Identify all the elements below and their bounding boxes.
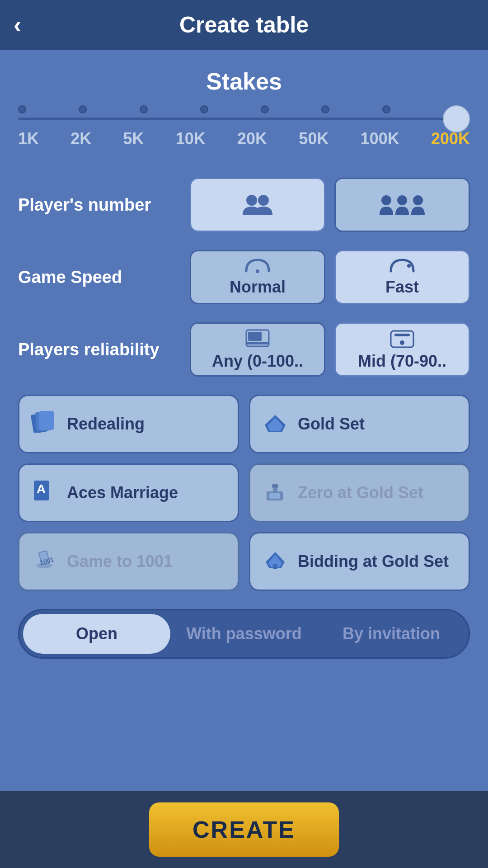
zero-at-gold-set-label: Zero at Gold Set [298, 483, 423, 502]
normal-speed-icon [244, 258, 271, 274]
slider-dot-2k[interactable] [79, 105, 87, 113]
svg-rect-30 [273, 564, 277, 569]
any-reliability-button[interactable]: Any (0-100.. [190, 322, 325, 377]
by-invitation-label: By invitation [343, 624, 440, 643]
zero-at-gold-set-button[interactable]: Zero at Gold Set [249, 463, 470, 522]
svg-point-1 [258, 195, 269, 206]
game-speed-label: Game Speed [18, 268, 190, 287]
back-button[interactable]: ‹ [14, 13, 21, 37]
svg-point-6 [407, 264, 411, 268]
players-number-row: Player's number [18, 178, 470, 232]
svg-rect-21 [269, 493, 280, 499]
access-selector: Open With password By invitation [18, 609, 470, 659]
svg-point-0 [246, 195, 257, 206]
redealing-button[interactable]: Redealing [18, 395, 239, 453]
game-to-1001-label: Game to 1001 [67, 552, 173, 571]
players-number-buttons [190, 178, 470, 232]
svg-rect-8 [248, 332, 262, 341]
open-access-option[interactable]: Open [23, 614, 170, 654]
game-speed-row: Game Speed Normal Fast [18, 250, 470, 304]
header: ‹ Create table [0, 0, 488, 50]
three-players-icon [380, 194, 425, 216]
game-to-1001-button[interactable]: 1001 Game to 1001 [18, 532, 239, 591]
any-reliability-icon [244, 328, 271, 348]
fast-speed-button[interactable]: Fast [334, 250, 470, 304]
main-content: Stakes 1K 2K 5K 10K 20K [0, 50, 488, 791]
players-reliability-label: Players reliability [18, 340, 190, 359]
mid-reliability-button[interactable]: Mid (70-90.. [334, 322, 470, 377]
mid-reliability-label: Mid (70-90.. [358, 352, 446, 371]
svg-point-4 [413, 195, 423, 205]
gold-set-icon [262, 410, 289, 438]
svg-rect-15 [39, 411, 54, 430]
players-reliability-buttons: Any (0-100.. Mid (70-90.. [190, 322, 470, 377]
fast-speed-label: Fast [385, 278, 419, 297]
any-reliability-label: Any (0-100.. [212, 352, 303, 371]
by-invitation-option[interactable]: By invitation [318, 614, 465, 654]
svg-marker-17 [267, 418, 283, 431]
game-options-grid: Redealing Gold Set A Aces Marriage [18, 395, 470, 591]
svg-rect-11 [394, 334, 410, 336]
redealing-label: Redealing [67, 415, 145, 434]
players-reliability-row: Players reliability Any (0-100.. Mid (70… [18, 322, 470, 377]
svg-text:A: A [37, 482, 46, 496]
bidding-at-gold-set-label: Bidding at Gold Set [298, 552, 449, 571]
create-button[interactable]: CREATE [149, 802, 339, 857]
svg-rect-23 [272, 484, 278, 488]
two-players-button[interactable] [190, 178, 325, 232]
gold-set-label: Gold Set [298, 415, 365, 434]
game-speed-buttons: Normal Fast [190, 250, 470, 304]
aces-marriage-icon: A [31, 479, 58, 507]
stakes-title: Stakes [206, 68, 282, 95]
aces-marriage-label: Aces Marriage [67, 483, 178, 502]
svg-rect-9 [246, 342, 269, 344]
with-password-option[interactable]: With password [170, 614, 318, 654]
svg-point-3 [397, 195, 407, 205]
bidding-gold-set-icon [262, 547, 289, 576]
fast-speed-icon [389, 258, 416, 274]
game-to-1001-icon: 1001 [31, 547, 58, 576]
three-players-button[interactable] [334, 178, 470, 232]
normal-speed-label: Normal [230, 278, 286, 297]
aces-marriage-button[interactable]: A Aces Marriage [18, 463, 239, 522]
slider-dot-1k[interactable] [18, 105, 26, 113]
two-players-icon [242, 194, 273, 216]
bottom-bar: CREATE [0, 791, 488, 868]
svg-point-12 [400, 340, 404, 345]
slider-dot-10k[interactable] [200, 105, 208, 113]
slider-dot-20k[interactable] [261, 105, 269, 113]
svg-rect-22 [273, 487, 277, 493]
zero-gold-set-icon [262, 479, 289, 507]
stakes-slider[interactable]: 1K 2K 5K 10K 20K 50K 100K 200K [18, 108, 470, 148]
svg-point-2 [381, 195, 391, 205]
mid-reliability-icon [389, 328, 415, 348]
open-access-label: Open [76, 624, 117, 643]
svg-point-5 [256, 269, 259, 273]
slider-dot-5k[interactable] [140, 105, 148, 113]
redealing-icon [31, 410, 58, 438]
bidding-at-gold-set-button[interactable]: Bidding at Gold Set [249, 532, 470, 591]
stakes-section: Stakes 1K 2K 5K 10K 20K [18, 68, 470, 155]
slider-dot-50k[interactable] [321, 105, 329, 113]
slider-dot-100k[interactable] [382, 105, 390, 113]
page-title: Create table [179, 12, 309, 38]
slider-dot-200k[interactable] [443, 105, 470, 132]
players-number-label: Player's number [18, 195, 190, 215]
normal-speed-button[interactable]: Normal [190, 250, 325, 304]
with-password-label: With password [186, 624, 302, 643]
gold-set-button[interactable]: Gold Set [249, 395, 470, 453]
